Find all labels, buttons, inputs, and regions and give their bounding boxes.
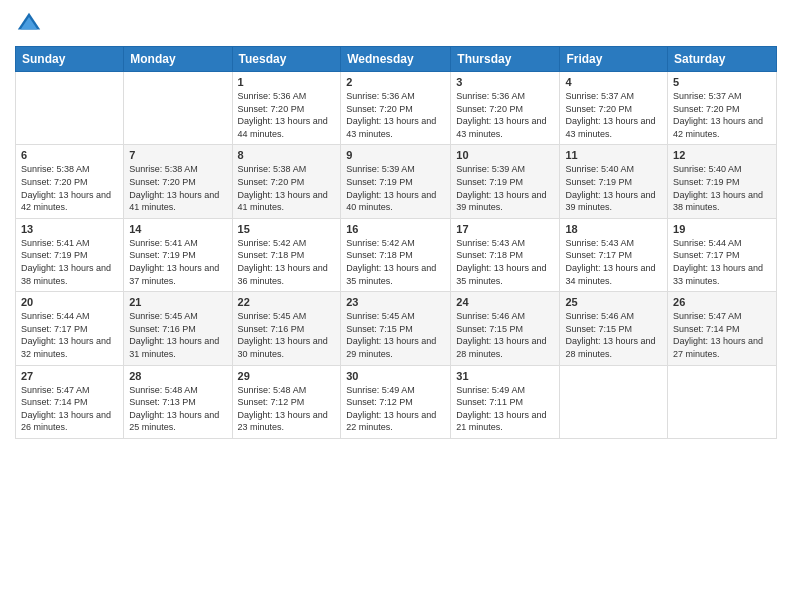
day-info: Sunrise: 5:49 AM Sunset: 7:11 PM Dayligh…	[456, 384, 554, 434]
calendar-header-row: SundayMondayTuesdayWednesdayThursdayFrid…	[16, 47, 777, 72]
day-info: Sunrise: 5:43 AM Sunset: 7:18 PM Dayligh…	[456, 237, 554, 287]
day-number: 27	[21, 370, 118, 382]
calendar-header-saturday: Saturday	[668, 47, 777, 72]
day-info: Sunrise: 5:46 AM Sunset: 7:15 PM Dayligh…	[456, 310, 554, 360]
calendar-cell: 19Sunrise: 5:44 AM Sunset: 7:17 PM Dayli…	[668, 218, 777, 291]
calendar-week-4: 20Sunrise: 5:44 AM Sunset: 7:17 PM Dayli…	[16, 292, 777, 365]
day-info: Sunrise: 5:49 AM Sunset: 7:12 PM Dayligh…	[346, 384, 445, 434]
calendar-cell: 22Sunrise: 5:45 AM Sunset: 7:16 PM Dayli…	[232, 292, 341, 365]
calendar-header-friday: Friday	[560, 47, 668, 72]
calendar-week-2: 6Sunrise: 5:38 AM Sunset: 7:20 PM Daylig…	[16, 145, 777, 218]
calendar-cell: 27Sunrise: 5:47 AM Sunset: 7:14 PM Dayli…	[16, 365, 124, 438]
day-number: 11	[565, 149, 662, 161]
day-number: 16	[346, 223, 445, 235]
day-info: Sunrise: 5:47 AM Sunset: 7:14 PM Dayligh…	[21, 384, 118, 434]
day-info: Sunrise: 5:38 AM Sunset: 7:20 PM Dayligh…	[129, 163, 226, 213]
day-info: Sunrise: 5:41 AM Sunset: 7:19 PM Dayligh…	[129, 237, 226, 287]
calendar-header-monday: Monday	[124, 47, 232, 72]
day-info: Sunrise: 5:45 AM Sunset: 7:16 PM Dayligh…	[129, 310, 226, 360]
calendar-cell: 23Sunrise: 5:45 AM Sunset: 7:15 PM Dayli…	[341, 292, 451, 365]
day-number: 1	[238, 76, 336, 88]
calendar-cell: 30Sunrise: 5:49 AM Sunset: 7:12 PM Dayli…	[341, 365, 451, 438]
day-info: Sunrise: 5:38 AM Sunset: 7:20 PM Dayligh…	[21, 163, 118, 213]
calendar-cell	[16, 72, 124, 145]
day-info: Sunrise: 5:36 AM Sunset: 7:20 PM Dayligh…	[456, 90, 554, 140]
day-number: 8	[238, 149, 336, 161]
calendar-cell: 10Sunrise: 5:39 AM Sunset: 7:19 PM Dayli…	[451, 145, 560, 218]
day-number: 6	[21, 149, 118, 161]
calendar-cell: 9Sunrise: 5:39 AM Sunset: 7:19 PM Daylig…	[341, 145, 451, 218]
day-info: Sunrise: 5:45 AM Sunset: 7:15 PM Dayligh…	[346, 310, 445, 360]
calendar-table: SundayMondayTuesdayWednesdayThursdayFrid…	[15, 46, 777, 439]
day-info: Sunrise: 5:39 AM Sunset: 7:19 PM Dayligh…	[456, 163, 554, 213]
day-info: Sunrise: 5:41 AM Sunset: 7:19 PM Dayligh…	[21, 237, 118, 287]
calendar-cell: 6Sunrise: 5:38 AM Sunset: 7:20 PM Daylig…	[16, 145, 124, 218]
day-number: 29	[238, 370, 336, 382]
day-number: 13	[21, 223, 118, 235]
calendar-cell: 31Sunrise: 5:49 AM Sunset: 7:11 PM Dayli…	[451, 365, 560, 438]
day-number: 7	[129, 149, 226, 161]
day-number: 30	[346, 370, 445, 382]
day-info: Sunrise: 5:37 AM Sunset: 7:20 PM Dayligh…	[673, 90, 771, 140]
day-info: Sunrise: 5:38 AM Sunset: 7:20 PM Dayligh…	[238, 163, 336, 213]
calendar-week-1: 1Sunrise: 5:36 AM Sunset: 7:20 PM Daylig…	[16, 72, 777, 145]
day-info: Sunrise: 5:37 AM Sunset: 7:20 PM Dayligh…	[565, 90, 662, 140]
calendar-cell: 18Sunrise: 5:43 AM Sunset: 7:17 PM Dayli…	[560, 218, 668, 291]
calendar-cell: 21Sunrise: 5:45 AM Sunset: 7:16 PM Dayli…	[124, 292, 232, 365]
calendar-header-thursday: Thursday	[451, 47, 560, 72]
day-info: Sunrise: 5:47 AM Sunset: 7:14 PM Dayligh…	[673, 310, 771, 360]
day-info: Sunrise: 5:36 AM Sunset: 7:20 PM Dayligh…	[238, 90, 336, 140]
day-info: Sunrise: 5:44 AM Sunset: 7:17 PM Dayligh…	[673, 237, 771, 287]
day-number: 31	[456, 370, 554, 382]
calendar-cell: 7Sunrise: 5:38 AM Sunset: 7:20 PM Daylig…	[124, 145, 232, 218]
day-number: 21	[129, 296, 226, 308]
day-number: 18	[565, 223, 662, 235]
calendar-cell: 11Sunrise: 5:40 AM Sunset: 7:19 PM Dayli…	[560, 145, 668, 218]
day-number: 12	[673, 149, 771, 161]
day-info: Sunrise: 5:39 AM Sunset: 7:19 PM Dayligh…	[346, 163, 445, 213]
calendar-header-tuesday: Tuesday	[232, 47, 341, 72]
day-number: 4	[565, 76, 662, 88]
logo	[15, 10, 47, 38]
day-info: Sunrise: 5:48 AM Sunset: 7:13 PM Dayligh…	[129, 384, 226, 434]
calendar-header-wednesday: Wednesday	[341, 47, 451, 72]
calendar-cell	[560, 365, 668, 438]
day-number: 14	[129, 223, 226, 235]
day-info: Sunrise: 5:46 AM Sunset: 7:15 PM Dayligh…	[565, 310, 662, 360]
day-info: Sunrise: 5:44 AM Sunset: 7:17 PM Dayligh…	[21, 310, 118, 360]
day-number: 17	[456, 223, 554, 235]
calendar-header-sunday: Sunday	[16, 47, 124, 72]
day-info: Sunrise: 5:40 AM Sunset: 7:19 PM Dayligh…	[565, 163, 662, 213]
calendar-cell: 14Sunrise: 5:41 AM Sunset: 7:19 PM Dayli…	[124, 218, 232, 291]
calendar-cell: 1Sunrise: 5:36 AM Sunset: 7:20 PM Daylig…	[232, 72, 341, 145]
calendar-cell: 8Sunrise: 5:38 AM Sunset: 7:20 PM Daylig…	[232, 145, 341, 218]
day-number: 5	[673, 76, 771, 88]
calendar-cell: 17Sunrise: 5:43 AM Sunset: 7:18 PM Dayli…	[451, 218, 560, 291]
calendar-cell	[668, 365, 777, 438]
calendar-cell: 5Sunrise: 5:37 AM Sunset: 7:20 PM Daylig…	[668, 72, 777, 145]
calendar-cell: 2Sunrise: 5:36 AM Sunset: 7:20 PM Daylig…	[341, 72, 451, 145]
calendar-cell: 26Sunrise: 5:47 AM Sunset: 7:14 PM Dayli…	[668, 292, 777, 365]
day-number: 9	[346, 149, 445, 161]
day-number: 15	[238, 223, 336, 235]
logo-icon	[15, 10, 43, 38]
calendar-cell: 25Sunrise: 5:46 AM Sunset: 7:15 PM Dayli…	[560, 292, 668, 365]
day-number: 3	[456, 76, 554, 88]
day-number: 2	[346, 76, 445, 88]
day-number: 26	[673, 296, 771, 308]
day-number: 20	[21, 296, 118, 308]
calendar-cell: 4Sunrise: 5:37 AM Sunset: 7:20 PM Daylig…	[560, 72, 668, 145]
calendar-cell: 12Sunrise: 5:40 AM Sunset: 7:19 PM Dayli…	[668, 145, 777, 218]
day-info: Sunrise: 5:42 AM Sunset: 7:18 PM Dayligh…	[346, 237, 445, 287]
day-number: 23	[346, 296, 445, 308]
day-info: Sunrise: 5:42 AM Sunset: 7:18 PM Dayligh…	[238, 237, 336, 287]
calendar-cell: 13Sunrise: 5:41 AM Sunset: 7:19 PM Dayli…	[16, 218, 124, 291]
page: SundayMondayTuesdayWednesdayThursdayFrid…	[0, 0, 792, 612]
day-info: Sunrise: 5:45 AM Sunset: 7:16 PM Dayligh…	[238, 310, 336, 360]
day-number: 10	[456, 149, 554, 161]
day-number: 24	[456, 296, 554, 308]
calendar-cell: 28Sunrise: 5:48 AM Sunset: 7:13 PM Dayli…	[124, 365, 232, 438]
calendar-cell: 24Sunrise: 5:46 AM Sunset: 7:15 PM Dayli…	[451, 292, 560, 365]
calendar-cell	[124, 72, 232, 145]
day-info: Sunrise: 5:43 AM Sunset: 7:17 PM Dayligh…	[565, 237, 662, 287]
